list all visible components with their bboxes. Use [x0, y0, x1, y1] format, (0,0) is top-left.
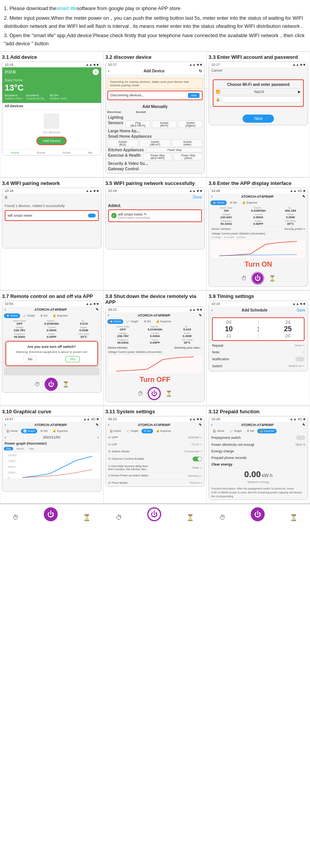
add-device-button-31[interactable]: Add Device	[36, 137, 67, 145]
tab-expense-310[interactable]: 💰 Expense	[50, 429, 70, 433]
back-icon-310[interactable]: ‹	[5, 423, 6, 427]
tab-set-310[interactable]: ⚙ Set	[38, 429, 50, 433]
back-icon-36[interactable]: ‹	[211, 195, 212, 199]
prepaid-toggle-312[interactable]	[296, 435, 305, 440]
timer-icon-right-3[interactable]: ⏳	[290, 514, 298, 521]
tab-set-38[interactable]: ⚙ Set	[141, 319, 153, 324]
back-icon-312[interactable]: ‹	[211, 423, 212, 427]
tab-graph-38[interactable]: 📈 Graph	[124, 319, 140, 324]
socket-ble-item[interactable]: Socket(BLE)	[107, 139, 138, 147]
note-val-39[interactable]: >	[303, 350, 305, 354]
power-btn-bottom-1[interactable]: ⏻	[44, 507, 58, 521]
prev-date-icon[interactable]: ‹	[5, 435, 6, 440]
recovery-val[interactable]: State >	[192, 466, 202, 469]
password-input-33[interactable]	[222, 96, 301, 103]
timer-icon-right-2[interactable]: ⏳	[186, 514, 194, 521]
chart-tab-year[interactable]: Year	[27, 447, 36, 450]
tab-set-37[interactable]: ⚙ Set	[38, 313, 50, 318]
powerup-val[interactable]: Memory >	[188, 474, 202, 478]
timer-left-icon-36[interactable]: ⏱	[241, 275, 246, 281]
chart-tab-month[interactable]: Month	[15, 447, 25, 450]
timer-right-icon-37[interactable]: ⏳	[62, 381, 69, 387]
edit-icon-37[interactable]: ✎	[96, 308, 99, 312]
power-btn-bottom-3[interactable]: ⏻	[251, 507, 265, 521]
edit-icon-38[interactable]: ✎	[199, 313, 202, 317]
tab-graph-37[interactable]: 📈 Graph	[21, 313, 37, 318]
notification-toggle-39[interactable]	[295, 357, 305, 361]
tab-set-311[interactable]: ⚙ Set	[141, 429, 153, 433]
timer-left-icon-38[interactable]: ⏱	[138, 390, 143, 397]
add-icon-31[interactable]: +	[93, 69, 99, 75]
refresh-icon-32[interactable]: ↻	[199, 69, 202, 73]
plug-item[interactable]: Plug(BLE+Wi-Fi)	[126, 120, 150, 128]
nav-home-31[interactable]: Home	[11, 151, 19, 154]
device-interface-36[interactable]: Device Interface	[211, 228, 231, 230]
price-val[interactable]: Price A >	[190, 481, 202, 485]
tab-home-311[interactable]: 🏠 Home	[107, 429, 124, 433]
toggle-34[interactable]	[88, 214, 96, 217]
timer-icon-left-1[interactable]: ⏱	[12, 514, 19, 521]
tab-home-38[interactable]: 🏠 Home	[107, 319, 124, 324]
socket-zigbee-item[interactable]: Socket(Zigbee)	[178, 120, 203, 128]
security-38[interactable]: Electricity price selec...	[174, 346, 202, 349]
edit-icon-311[interactable]: ✎	[199, 423, 202, 427]
tab-graph-310[interactable]: 📈 Graph	[21, 429, 37, 433]
power-button-36[interactable]: ⏻	[251, 272, 264, 285]
security-protect-36[interactable]: Security protect >	[284, 228, 305, 230]
back-icon-38[interactable]: ‹	[108, 313, 109, 317]
tab-home-36[interactable]: 🏠 Home	[210, 200, 227, 205]
edit-icon-312[interactable]: ✎	[302, 423, 305, 427]
back-icon-37[interactable]: ‹	[5, 308, 6, 312]
tab-home-310[interactable]: 🏠 Home	[4, 429, 20, 433]
socket-nb-item[interactable]: Socket(NB-IoT)	[140, 139, 170, 147]
tab-home-37[interactable]: 🏠 Home	[4, 313, 20, 318]
chart-tab-day[interactable]: Day	[4, 447, 13, 450]
nav-scene-31[interactable]: Scene	[36, 151, 45, 154]
tab-graph-311[interactable]: 📈 Graph	[124, 429, 140, 433]
smart-life-link[interactable]: smart life	[56, 5, 77, 11]
tab-expense-312[interactable]: 💰 Expense	[257, 429, 277, 433]
cancel-btn-33[interactable]: Cancel	[211, 68, 222, 72]
back-icon-32[interactable]: ‹	[108, 69, 109, 73]
repeat-val-39[interactable]: Once >	[294, 344, 305, 347]
nav-smart-31[interactable]: Smart	[62, 151, 71, 154]
power-btn-bottom-2[interactable]: ⏻	[147, 507, 161, 521]
lvp-val[interactable]: 75.0V >	[191, 443, 202, 446]
power-strip-item[interactable]: Power Strip	[146, 147, 203, 152]
edit-icon-310[interactable]: ✎	[96, 423, 99, 427]
overrun-toggle[interactable]	[193, 457, 202, 461]
timer-icon-right-1[interactable]: ⏳	[83, 514, 91, 521]
timer-right-icon-38[interactable]: ⏳	[165, 390, 172, 397]
next-date-icon[interactable]: ›	[97, 435, 98, 440]
timer-icon-left-2[interactable]: ⏱	[116, 514, 122, 521]
edit-icon-36[interactable]: ✎	[302, 195, 305, 199]
tab-set-36[interactable]: ⚙ Set	[227, 200, 239, 205]
save-btn-39[interactable]: Save	[296, 308, 305, 312]
popup-yes-37[interactable]: Yes	[65, 356, 80, 362]
timer-left-icon-37[interactable]: ⏱	[34, 381, 40, 387]
tab-expense-38[interactable]: 💰 Expense	[154, 319, 173, 324]
power-button-38[interactable]: ⏻	[148, 387, 161, 400]
timer-right-icon-36[interactable]: ⏳	[269, 275, 276, 281]
tab-set-312[interactable]: ⚙ Set	[245, 429, 256, 433]
socket-wifi-item[interactable]: Socket(Wi-Fi)	[152, 120, 177, 128]
tab-expense-311[interactable]: 💰 Expense	[154, 429, 173, 433]
next-btn-33[interactable]: Next	[243, 115, 274, 123]
tab-expense-37[interactable]: 💰 Expense	[50, 313, 70, 318]
tab-graph-312[interactable]: 📈 Graph	[227, 429, 244, 433]
device-interface-38[interactable]: Device Interface	[108, 346, 128, 349]
add-btn-32[interactable]: Add	[188, 93, 200, 98]
power-strip-ble-item[interactable]: Power Strip(BLE+WiFi)	[143, 153, 172, 161]
socket-other-item[interactable]: Socket(other)	[172, 139, 203, 147]
close-icon-34[interactable]: X	[5, 195, 7, 200]
back-icon-39[interactable]: ‹	[211, 308, 212, 312]
sw-mode-val[interactable]: Connected >	[184, 450, 202, 453]
done-35[interactable]: Done	[193, 195, 202, 199]
switch-val-39[interactable]: Switch on >	[288, 364, 305, 368]
back-icon-311[interactable]: ‹	[108, 423, 109, 427]
popup-no-37[interactable]: No	[24, 356, 37, 362]
tab-expense-36[interactable]: 💰 Expense	[240, 200, 259, 205]
nav-me-31[interactable]: Me	[88, 151, 92, 154]
power-strip-other-item[interactable]: Power Strip(other)	[174, 153, 203, 161]
opp-val[interactable]: 26000W >	[188, 436, 202, 439]
